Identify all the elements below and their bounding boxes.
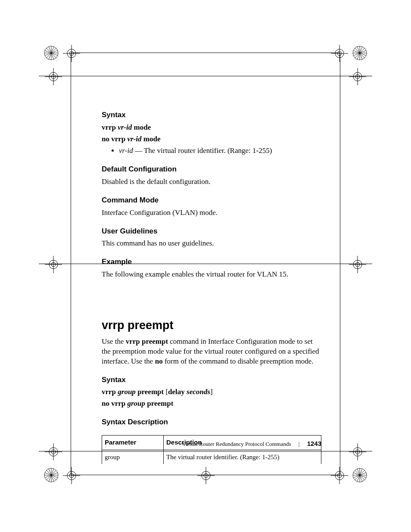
page-number: 1243 (307, 440, 321, 447)
body-text: Disabled is the default configuration. (102, 177, 321, 187)
registration-mark-icon (349, 68, 366, 85)
syntax-line: no vrrp group preempt (102, 399, 321, 409)
heading-syntax: Syntax (102, 110, 321, 120)
content-area: Syntax vrrp vr-id mode no vrrp vr-id mod… (102, 110, 321, 464)
registration-mark-icon (349, 256, 366, 273)
syntax-line: no vrrp vr-id mode (102, 134, 321, 144)
registration-mark-icon (197, 467, 215, 484)
syntax-kw: vrrp (102, 123, 118, 131)
syntax-kw: mode (134, 123, 151, 131)
sunburst-icon (352, 468, 367, 482)
body-text: This command has no user guidelines. (102, 239, 321, 249)
heading-command-mode: Command Mode (102, 196, 321, 205)
text: Use the (102, 337, 126, 345)
td-description: The virtual router identifier. (Range: 1… (164, 450, 321, 464)
registration-mark-icon (349, 443, 366, 460)
command-intro: Use the vrrp preempt command in Interfac… (102, 337, 321, 367)
registration-mark-icon (331, 467, 348, 484)
sunburst-icon (44, 468, 59, 482)
syntax-kw: no vrrp (102, 135, 128, 143)
registration-mark-icon (63, 45, 80, 62)
syntax-line: vrrp group preempt [delay seconds] (102, 387, 321, 397)
text: form of the command to disable preemptio… (163, 357, 314, 365)
crop-line (39, 76, 372, 76)
param-list: vr-id — The virtual router identifier. (… (102, 146, 321, 156)
heading-example: Example (102, 257, 321, 267)
registration-mark-icon (63, 467, 80, 484)
registration-mark-icon (331, 45, 348, 62)
syntax-kw: mode (143, 135, 161, 143)
heading-syntax: Syntax (102, 375, 321, 385)
syntax-line: vrrp vr-id mode (102, 123, 321, 133)
registration-mark-icon (45, 68, 62, 85)
syntax-kw: no vrrp (102, 399, 128, 408)
syntax-param: vr-id (118, 123, 134, 131)
keyword-no: no (155, 357, 163, 365)
syntax-kw: preempt (136, 388, 166, 396)
page-footer: Virtual Router Redundancy Protocol Comma… (102, 439, 321, 448)
heading-user-guidelines: User Guidelines (102, 227, 321, 236)
heading-syntax-description: Syntax Description (102, 417, 321, 427)
crop-line (340, 53, 340, 475)
param-desc: — The virtual router identifier. (Range:… (135, 146, 272, 155)
page: Syntax vrrp vr-id mode no vrrp vr-id mod… (0, 0, 411, 532)
body-text: The following example enables the virtua… (102, 270, 321, 280)
param-item: vr-id — The virtual router identifier. (… (119, 146, 321, 156)
td-parameter: group (102, 450, 164, 464)
sunburst-icon (44, 46, 59, 60)
registration-mark-icon (45, 256, 62, 273)
crop-line (71, 53, 340, 53)
syntax-param: seconds (187, 388, 210, 396)
param-name: vr-id (119, 146, 135, 155)
table-row: group The virtual router identifier. (Ra… (102, 450, 321, 464)
syntax-param: group (128, 399, 146, 408)
footer-title: Virtual Router Redundancy Protocol Comma… (182, 441, 291, 447)
command-name: vrrp preempt (126, 337, 168, 345)
bracket: ] (210, 388, 213, 396)
registration-mark-icon (45, 443, 62, 460)
footer-separator: | (299, 440, 300, 448)
syntax-kw: vrrp (102, 388, 118, 396)
syntax-param: vr-id (128, 135, 143, 143)
command-title: vrrp preempt (102, 317, 321, 333)
syntax-kw: preempt (145, 399, 173, 408)
sunburst-icon (352, 46, 367, 60)
body-text: Interface Configuration (VLAN) mode. (102, 208, 321, 218)
spacer (102, 281, 321, 317)
crop-line (71, 53, 71, 475)
syntax-kw: delay (168, 388, 187, 396)
heading-default-config: Default Configuration (102, 165, 321, 174)
syntax-param: group (118, 388, 136, 396)
